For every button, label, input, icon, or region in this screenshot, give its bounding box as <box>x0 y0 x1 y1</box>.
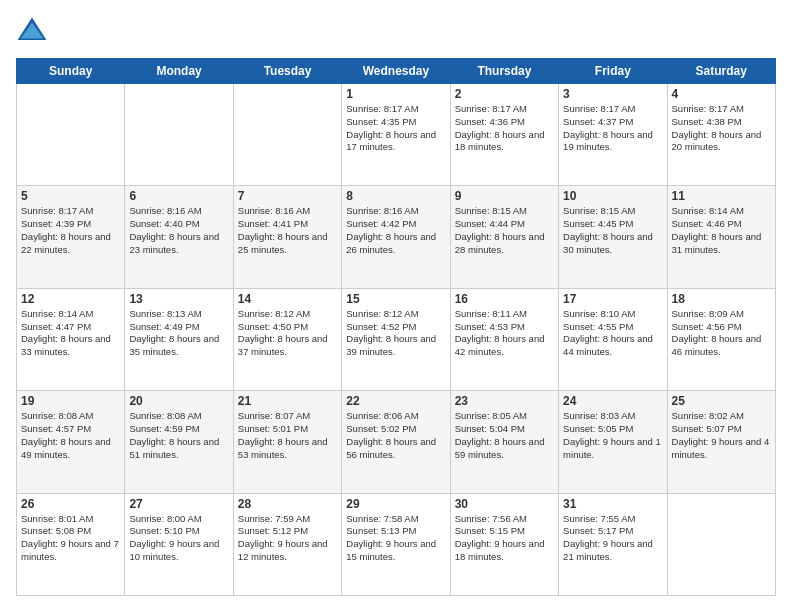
logo <box>16 16 52 48</box>
day-number: 9 <box>455 189 554 203</box>
day-info: Sunrise: 8:08 AMSunset: 4:59 PMDaylight:… <box>129 410 228 461</box>
day-info: Sunrise: 8:17 AMSunset: 4:35 PMDaylight:… <box>346 103 445 154</box>
day-info: Sunrise: 8:15 AMSunset: 4:44 PMDaylight:… <box>455 205 554 256</box>
day-info: Sunrise: 8:02 AMSunset: 5:07 PMDaylight:… <box>672 410 771 461</box>
day-number: 15 <box>346 292 445 306</box>
calendar-cell: 2Sunrise: 8:17 AMSunset: 4:36 PMDaylight… <box>450 84 558 186</box>
day-info: Sunrise: 8:09 AMSunset: 4:56 PMDaylight:… <box>672 308 771 359</box>
calendar-cell <box>667 493 775 595</box>
day-info: Sunrise: 8:07 AMSunset: 5:01 PMDaylight:… <box>238 410 337 461</box>
calendar-week-row: 19Sunrise: 8:08 AMSunset: 4:57 PMDayligh… <box>17 391 776 493</box>
day-number: 27 <box>129 497 228 511</box>
day-info: Sunrise: 8:12 AMSunset: 4:52 PMDaylight:… <box>346 308 445 359</box>
calendar-cell: 26Sunrise: 8:01 AMSunset: 5:08 PMDayligh… <box>17 493 125 595</box>
calendar-cell: 21Sunrise: 8:07 AMSunset: 5:01 PMDayligh… <box>233 391 341 493</box>
calendar-cell: 18Sunrise: 8:09 AMSunset: 4:56 PMDayligh… <box>667 288 775 390</box>
calendar-header-saturday: Saturday <box>667 59 775 84</box>
day-info: Sunrise: 8:17 AMSunset: 4:39 PMDaylight:… <box>21 205 120 256</box>
logo-icon <box>16 16 48 48</box>
calendar-header-thursday: Thursday <box>450 59 558 84</box>
day-number: 5 <box>21 189 120 203</box>
calendar-week-row: 12Sunrise: 8:14 AMSunset: 4:47 PMDayligh… <box>17 288 776 390</box>
calendar-cell: 22Sunrise: 8:06 AMSunset: 5:02 PMDayligh… <box>342 391 450 493</box>
day-info: Sunrise: 8:10 AMSunset: 4:55 PMDaylight:… <box>563 308 662 359</box>
day-info: Sunrise: 8:14 AMSunset: 4:46 PMDaylight:… <box>672 205 771 256</box>
calendar-cell: 12Sunrise: 8:14 AMSunset: 4:47 PMDayligh… <box>17 288 125 390</box>
day-number: 18 <box>672 292 771 306</box>
day-info: Sunrise: 7:56 AMSunset: 5:15 PMDaylight:… <box>455 513 554 564</box>
calendar-cell: 30Sunrise: 7:56 AMSunset: 5:15 PMDayligh… <box>450 493 558 595</box>
day-number: 3 <box>563 87 662 101</box>
header <box>16 16 776 48</box>
day-number: 22 <box>346 394 445 408</box>
calendar-cell: 17Sunrise: 8:10 AMSunset: 4:55 PMDayligh… <box>559 288 667 390</box>
day-number: 25 <box>672 394 771 408</box>
calendar-cell: 13Sunrise: 8:13 AMSunset: 4:49 PMDayligh… <box>125 288 233 390</box>
calendar-header-friday: Friday <box>559 59 667 84</box>
calendar-cell: 7Sunrise: 8:16 AMSunset: 4:41 PMDaylight… <box>233 186 341 288</box>
day-number: 19 <box>21 394 120 408</box>
day-info: Sunrise: 8:14 AMSunset: 4:47 PMDaylight:… <box>21 308 120 359</box>
calendar-cell: 28Sunrise: 7:59 AMSunset: 5:12 PMDayligh… <box>233 493 341 595</box>
day-info: Sunrise: 8:15 AMSunset: 4:45 PMDaylight:… <box>563 205 662 256</box>
day-number: 20 <box>129 394 228 408</box>
calendar-week-row: 1Sunrise: 8:17 AMSunset: 4:35 PMDaylight… <box>17 84 776 186</box>
day-number: 12 <box>21 292 120 306</box>
calendar-cell: 27Sunrise: 8:00 AMSunset: 5:10 PMDayligh… <box>125 493 233 595</box>
calendar-cell: 14Sunrise: 8:12 AMSunset: 4:50 PMDayligh… <box>233 288 341 390</box>
day-number: 11 <box>672 189 771 203</box>
day-info: Sunrise: 8:03 AMSunset: 5:05 PMDaylight:… <box>563 410 662 461</box>
calendar-cell: 8Sunrise: 8:16 AMSunset: 4:42 PMDaylight… <box>342 186 450 288</box>
day-info: Sunrise: 8:12 AMSunset: 4:50 PMDaylight:… <box>238 308 337 359</box>
day-info: Sunrise: 8:16 AMSunset: 4:41 PMDaylight:… <box>238 205 337 256</box>
day-number: 31 <box>563 497 662 511</box>
day-info: Sunrise: 8:00 AMSunset: 5:10 PMDaylight:… <box>129 513 228 564</box>
calendar-cell: 29Sunrise: 7:58 AMSunset: 5:13 PMDayligh… <box>342 493 450 595</box>
day-number: 28 <box>238 497 337 511</box>
calendar-cell: 6Sunrise: 8:16 AMSunset: 4:40 PMDaylight… <box>125 186 233 288</box>
day-info: Sunrise: 8:08 AMSunset: 4:57 PMDaylight:… <box>21 410 120 461</box>
calendar-header-row: SundayMondayTuesdayWednesdayThursdayFrid… <box>17 59 776 84</box>
calendar-table: SundayMondayTuesdayWednesdayThursdayFrid… <box>16 58 776 596</box>
day-info: Sunrise: 7:59 AMSunset: 5:12 PMDaylight:… <box>238 513 337 564</box>
calendar-cell: 23Sunrise: 8:05 AMSunset: 5:04 PMDayligh… <box>450 391 558 493</box>
calendar-cell: 31Sunrise: 7:55 AMSunset: 5:17 PMDayligh… <box>559 493 667 595</box>
calendar-cell: 3Sunrise: 8:17 AMSunset: 4:37 PMDaylight… <box>559 84 667 186</box>
calendar-header-monday: Monday <box>125 59 233 84</box>
calendar-cell: 9Sunrise: 8:15 AMSunset: 4:44 PMDaylight… <box>450 186 558 288</box>
day-number: 14 <box>238 292 337 306</box>
day-number: 29 <box>346 497 445 511</box>
day-number: 10 <box>563 189 662 203</box>
calendar-cell <box>233 84 341 186</box>
day-info: Sunrise: 8:16 AMSunset: 4:42 PMDaylight:… <box>346 205 445 256</box>
calendar-cell: 10Sunrise: 8:15 AMSunset: 4:45 PMDayligh… <box>559 186 667 288</box>
calendar-week-row: 5Sunrise: 8:17 AMSunset: 4:39 PMDaylight… <box>17 186 776 288</box>
day-info: Sunrise: 8:06 AMSunset: 5:02 PMDaylight:… <box>346 410 445 461</box>
calendar-header-wednesday: Wednesday <box>342 59 450 84</box>
day-info: Sunrise: 7:58 AMSunset: 5:13 PMDaylight:… <box>346 513 445 564</box>
calendar-cell: 11Sunrise: 8:14 AMSunset: 4:46 PMDayligh… <box>667 186 775 288</box>
day-number: 30 <box>455 497 554 511</box>
day-number: 26 <box>21 497 120 511</box>
day-info: Sunrise: 7:55 AMSunset: 5:17 PMDaylight:… <box>563 513 662 564</box>
day-number: 7 <box>238 189 337 203</box>
day-info: Sunrise: 8:17 AMSunset: 4:37 PMDaylight:… <box>563 103 662 154</box>
day-info: Sunrise: 8:05 AMSunset: 5:04 PMDaylight:… <box>455 410 554 461</box>
day-number: 16 <box>455 292 554 306</box>
calendar-cell <box>17 84 125 186</box>
day-number: 6 <box>129 189 228 203</box>
calendar-cell: 25Sunrise: 8:02 AMSunset: 5:07 PMDayligh… <box>667 391 775 493</box>
calendar-header-tuesday: Tuesday <box>233 59 341 84</box>
day-number: 2 <box>455 87 554 101</box>
calendar-cell <box>125 84 233 186</box>
calendar-cell: 20Sunrise: 8:08 AMSunset: 4:59 PMDayligh… <box>125 391 233 493</box>
page: SundayMondayTuesdayWednesdayThursdayFrid… <box>0 0 792 612</box>
day-number: 4 <box>672 87 771 101</box>
day-number: 23 <box>455 394 554 408</box>
day-number: 24 <box>563 394 662 408</box>
day-info: Sunrise: 8:13 AMSunset: 4:49 PMDaylight:… <box>129 308 228 359</box>
day-info: Sunrise: 8:17 AMSunset: 4:38 PMDaylight:… <box>672 103 771 154</box>
day-info: Sunrise: 8:17 AMSunset: 4:36 PMDaylight:… <box>455 103 554 154</box>
day-number: 21 <box>238 394 337 408</box>
calendar-header-sunday: Sunday <box>17 59 125 84</box>
